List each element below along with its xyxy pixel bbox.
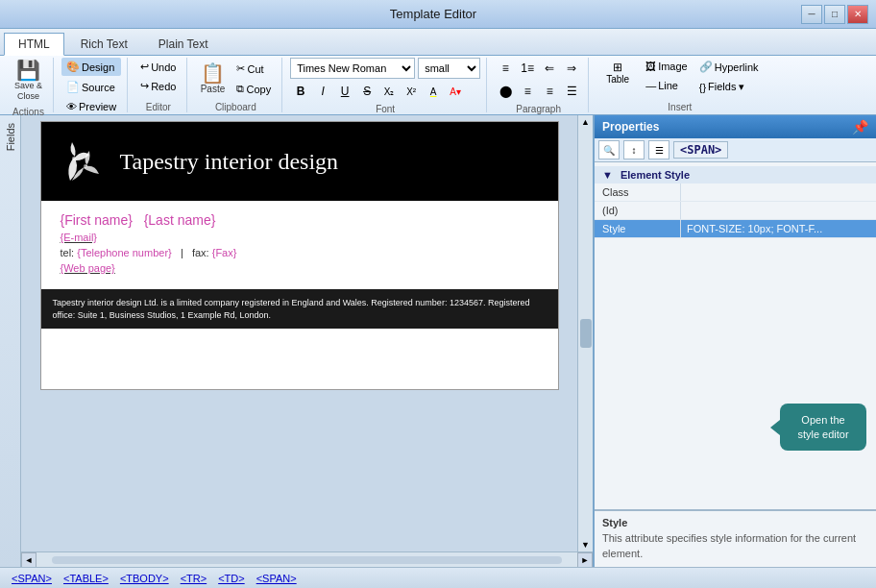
editor-area: Tapestry interior design {First name} {L… — [21, 115, 593, 567]
save-close-button[interactable]: 💾 Save &Close — [10, 58, 47, 105]
status-tag-5[interactable]: <SPAN> — [253, 573, 301, 584]
class-row[interactable]: Class — [595, 184, 876, 202]
tel-placeholder: {Telephone number} — [77, 247, 171, 258]
highlight-button[interactable]: A — [423, 81, 444, 102]
status-tag-1[interactable]: <TABLE> — [60, 573, 112, 584]
ribbon-group-mode: 🎨 Design 📄 Source 👁 Preview Mode — [56, 58, 128, 112]
email-line: {E-mail} — [61, 232, 539, 243]
close-button[interactable]: ✕ — [847, 5, 868, 24]
save-icon: 💾 — [16, 61, 40, 80]
contact-line: tel: {Telephone number} | fax: {Fax} — [61, 247, 539, 258]
align-justify-button[interactable]: ☰ — [561, 81, 582, 102]
first-name-placeholder: {First name} — [61, 212, 133, 228]
tab-html[interactable]: HTML — [4, 33, 64, 56]
vertical-scrollbar[interactable]: ▲ ▼ — [577, 115, 593, 551]
collapse-icon: ▼ — [602, 169, 613, 181]
table-icon: ⊞ — [613, 61, 622, 74]
font-family-select[interactable]: Times New Roman Arial Verdana Georgia — [290, 58, 415, 79]
scroll-right-button[interactable]: ► — [577, 552, 593, 568]
name-line: {First name} {Last name} — [61, 212, 539, 228]
style-value[interactable]: FONT-SIZE: 10px; FONT-F... — [681, 220, 876, 237]
maximize-button[interactable]: □ — [824, 5, 845, 24]
table-button[interactable]: ⊞ Table — [596, 58, 639, 96]
style-row[interactable]: Style FONT-SIZE: 10px; FONT-F... — [595, 220, 876, 238]
strikethrough-button[interactable]: S — [356, 81, 377, 102]
align-left-button[interactable]: ⬤ — [495, 81, 516, 102]
properties-content: ▼ Element Style Class (Id) Style FONT-SI… — [595, 162, 876, 365]
scroll-up-button[interactable]: ▲ — [579, 115, 592, 129]
id-value[interactable] — [681, 208, 876, 213]
canvas-footer: Tapestry interior design Ltd. is a limit… — [41, 289, 558, 329]
props-toolbar-btn-3[interactable]: ☰ — [648, 140, 669, 159]
ribbon-group-insert: ⊞ Table 🖼 Image — Line 🔗 — [591, 58, 768, 112]
cut-button[interactable]: ✂ Cut — [231, 60, 276, 78]
scroll-thumb[interactable] — [580, 319, 592, 348]
editor-group-label: Editor — [146, 100, 171, 112]
props-toolbar-btn-1[interactable]: 🔍 — [598, 140, 620, 159]
element-style-header[interactable]: ▼ Element Style — [595, 166, 876, 184]
redo-button[interactable]: ↪ Redo — [135, 77, 181, 95]
minimize-button[interactable]: ─ — [801, 5, 822, 24]
design-button[interactable]: 🎨 Design — [61, 58, 121, 76]
redo-icon: ↪ — [140, 80, 149, 92]
ribbon-group-editor: ↩ Undo ↪ Redo Editor — [130, 58, 187, 112]
canvas: Tapestry interior design {First name} {L… — [40, 121, 559, 390]
web-placeholder: {Web page} — [61, 262, 115, 274]
decrease-indent-button[interactable]: ⇐ — [539, 58, 560, 79]
undo-button[interactable]: ↩ Undo — [135, 58, 181, 76]
font-size-select[interactable]: small medium large x-small — [418, 58, 480, 79]
font-group-label: Font — [376, 102, 395, 114]
canvas-body: {First name} {Last name} {E-mail} tel: {… — [41, 201, 558, 289]
status-tag-4[interactable]: <TD> — [214, 573, 249, 584]
subscript-button[interactable]: X₂ — [378, 81, 400, 102]
status-tag-2[interactable]: <TBODY> — [116, 573, 173, 584]
paste-button[interactable]: 📋 Paste — [195, 61, 230, 97]
svg-point-0 — [72, 157, 76, 160]
scroll-down-button[interactable]: ▼ — [579, 538, 592, 551]
bold-button[interactable]: B — [290, 81, 311, 102]
copy-button[interactable]: ⧉ Copy — [231, 80, 276, 98]
scroll-area[interactable]: Tapestry interior design {First name} {L… — [21, 115, 577, 551]
source-button[interactable]: 📄 Source — [61, 78, 121, 96]
status-tag-0[interactable]: <SPAN> — [8, 573, 56, 584]
status-tag-3[interactable]: <TR> — [177, 573, 211, 584]
underline-button[interactable]: U — [334, 81, 355, 102]
properties-header: Properties 📌 — [595, 115, 876, 138]
horizontal-scrollbar[interactable]: ◄ ► — [21, 551, 593, 567]
ribbon-group-paragraph: ≡ 1≡ ⇐ ⇒ ⬤ ≡ ≡ ☰ Paragraph — [489, 58, 589, 112]
italic-button[interactable]: I — [312, 81, 333, 102]
props-toolbar-btn-2[interactable]: ↕ — [623, 140, 645, 159]
font-color-button[interactable]: A▾ — [445, 81, 466, 102]
pin-button[interactable]: 📌 — [852, 119, 868, 135]
main-area: Fields Tapestry interi — [0, 115, 876, 567]
section-title: Element Style — [620, 169, 690, 181]
line-icon: — — [645, 80, 656, 91]
unordered-list-button[interactable]: ≡ — [495, 58, 516, 79]
ribbon-group-font: Times New Roman Arial Verdana Georgia sm… — [284, 58, 487, 112]
scroll-left-button[interactable]: ◄ — [21, 552, 36, 568]
align-right-button[interactable]: ≡ — [539, 81, 560, 102]
preview-icon: 👁 — [66, 101, 77, 112]
line-button[interactable]: — Line — [641, 77, 693, 94]
tab-plaintext[interactable]: Plain Text — [144, 33, 223, 55]
align-center-button[interactable]: ≡ — [517, 81, 538, 102]
ordered-list-button[interactable]: 1≡ — [517, 58, 538, 79]
hyperlink-button[interactable]: 🔗 Hyperlink — [694, 58, 764, 76]
tooltip-text: Open the style editor — [797, 414, 848, 439]
id-row[interactable]: (Id) — [595, 202, 876, 220]
image-icon: 🖼 — [645, 61, 656, 72]
fields-button[interactable]: {} Fields ▾ — [694, 78, 764, 96]
left-panel: Fields — [0, 115, 21, 567]
clipboard-group-label: Clipboard — [215, 100, 256, 112]
image-button[interactable]: 🖼 Image — [641, 58, 693, 75]
tab-richtext[interactable]: Rich Text — [66, 33, 142, 55]
scroll-track — [52, 556, 562, 564]
canvas-header: Tapestry interior design — [41, 122, 558, 201]
increase-indent-button[interactable]: ⇒ — [561, 58, 582, 79]
canvas-title: Tapestry interior design — [120, 149, 339, 175]
tel-label: tel: — [61, 247, 75, 258]
class-value[interactable] — [681, 189, 876, 195]
style-label: Style — [595, 220, 681, 237]
superscript-button[interactable]: X² — [401, 81, 422, 102]
preview-button[interactable]: 👁 Preview — [61, 98, 121, 115]
